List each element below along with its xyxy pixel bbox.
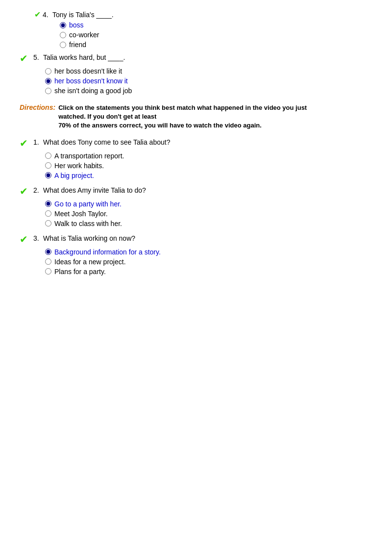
- q4-checkmark: ✔: [34, 10, 41, 19]
- q1-option-label-2: Her work habits.: [54, 162, 104, 170]
- q3-option-2: Ideas for a new project.: [45, 258, 372, 266]
- question-2-section: ✔ 2. What does Amy invite Talia to do? G…: [20, 186, 372, 227]
- q4-options: boss co-worker friend: [60, 21, 372, 49]
- q3-option-1: Background information for a story.: [45, 248, 372, 256]
- question-4-section: ✔ 4. Tony is Talia's ____. boss co-worke…: [34, 10, 372, 49]
- q5-option-2: her boss doesn't know it: [45, 77, 372, 85]
- q4-option-label-2: co-worker: [69, 31, 99, 39]
- q1-option-2: Her work habits.: [45, 162, 372, 170]
- q5-radio-3[interactable]: [45, 88, 51, 94]
- q3-option-label-2: Ideas for a new project.: [54, 258, 126, 266]
- q2-checkmark: ✔: [20, 185, 30, 197]
- q1-options: A transportation report. Her work habits…: [45, 152, 372, 179]
- q4-text: Tony is Talia's ____.: [52, 11, 114, 19]
- q4-option-3: friend: [60, 41, 372, 49]
- q1-option-3: A big project.: [45, 172, 372, 179]
- q3-options: Background information for a story. Idea…: [45, 248, 372, 276]
- q5-option-label-1: her boss doesn't like it: [54, 67, 122, 75]
- q2-options: Go to a party with her. Meet Josh Taylor…: [45, 200, 372, 227]
- directions-label: Directions:: [20, 103, 55, 111]
- q3-radio-3[interactable]: [45, 268, 51, 275]
- q1-option-1: A transportation report.: [45, 152, 372, 160]
- question-1-section: ✔ 1. What does Tony come to see Talia ab…: [20, 138, 372, 179]
- q5-radio-2[interactable]: [45, 78, 51, 84]
- q4-radio-2[interactable]: [60, 32, 66, 38]
- q5-row: ✔ 5. Talia works hard, but ____.: [20, 53, 372, 64]
- q5-radio-1[interactable]: [45, 68, 51, 75]
- q1-checkmark: ✔: [20, 137, 30, 149]
- q4-option-label-1: boss: [69, 21, 84, 29]
- q3-radio-2[interactable]: [45, 258, 51, 265]
- q3-option-label-1: Background information for a story.: [54, 248, 161, 256]
- q2-option-2: Meet Josh Taylor.: [45, 210, 372, 218]
- question-3-section: ✔ 3. What is Talia working on now? Backg…: [20, 234, 372, 276]
- directions-text: Click on the statements you think best m…: [58, 103, 333, 130]
- q2-option-1: Go to a party with her.: [45, 200, 372, 208]
- q1-radio-2[interactable]: [45, 162, 51, 169]
- q5-option-label-3: she isn't doing a good job: [54, 87, 132, 95]
- q3-option-3: Plans for a party.: [45, 268, 372, 276]
- q3-row: ✔ 3. What is Talia working on now?: [20, 234, 372, 245]
- q1-row: ✔ 1. What does Tony come to see Talia ab…: [20, 138, 372, 149]
- q5-option-3: she isn't doing a good job: [45, 87, 372, 95]
- q2-row: ✔ 2. What does Amy invite Talia to do?: [20, 186, 372, 197]
- q5-options: her boss doesn't like it her boss doesn'…: [45, 67, 372, 95]
- q5-option-label-2: her boss doesn't know it: [54, 77, 128, 85]
- q1-text: What does Tony come to see Talia about?: [43, 138, 170, 146]
- q5-checkmark: ✔: [20, 52, 30, 64]
- q2-option-label-1: Go to a party with her.: [54, 200, 122, 208]
- q3-option-label-3: Plans for a party.: [54, 268, 106, 276]
- q5-option-1: her boss doesn't like it: [45, 67, 372, 75]
- q3-checkmark: ✔: [20, 233, 30, 245]
- q1-option-label-3: A big project.: [54, 172, 94, 179]
- q5-number: 5.: [33, 53, 41, 61]
- q3-radio-1[interactable]: [45, 249, 51, 255]
- q4-row: ✔ 4. Tony is Talia's ____.: [34, 10, 372, 19]
- q2-radio-1[interactable]: [45, 201, 51, 207]
- q2-option-3: Walk to class with her.: [45, 220, 372, 227]
- q5-text: Talia works hard, but ____.: [43, 53, 125, 61]
- q4-radio-1[interactable]: [60, 22, 66, 28]
- q1-option-label-1: A transportation report.: [54, 152, 124, 160]
- q2-text: What does Amy invite Talia to do?: [43, 186, 146, 194]
- directions-section: Directions: Click on the statements you …: [20, 103, 372, 130]
- q2-number: 2.: [33, 186, 41, 194]
- q2-option-label-3: Walk to class with her.: [54, 220, 122, 227]
- q4-number: 4.: [43, 11, 50, 19]
- q4-option-2: co-worker: [60, 31, 372, 39]
- q4-option-1: boss: [60, 21, 372, 29]
- q3-number: 3.: [33, 234, 41, 242]
- q4-radio-3[interactable]: [60, 42, 66, 48]
- question-5-section: ✔ 5. Talia works hard, but ____. her bos…: [20, 53, 372, 95]
- q1-number: 1.: [33, 138, 41, 146]
- q4-option-label-3: friend: [69, 41, 86, 49]
- q1-radio-1[interactable]: [45, 152, 51, 159]
- q1-radio-3[interactable]: [45, 172, 51, 178]
- q2-option-label-2: Meet Josh Taylor.: [54, 210, 108, 218]
- q2-radio-2[interactable]: [45, 210, 51, 217]
- q2-radio-3[interactable]: [45, 220, 51, 227]
- q3-text: What is Talia working on now?: [43, 234, 135, 242]
